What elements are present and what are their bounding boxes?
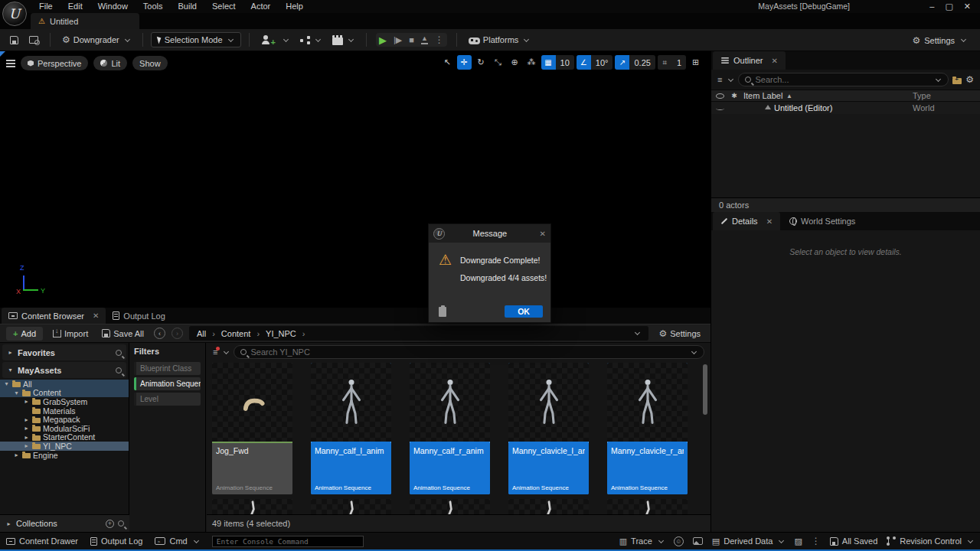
insights-icon[interactable]: ☺ — [674, 536, 684, 546]
outliner-search-input[interactable] — [755, 75, 929, 84]
filter-funnel-icon[interactable]: ≡ — [213, 348, 217, 357]
rotate-tool-button[interactable]: ↻ — [474, 55, 488, 70]
tab-output-log[interactable]: Output Log — [106, 308, 172, 324]
close-icon[interactable]: ✕ — [766, 217, 773, 226]
cinematics-dropdown[interactable] — [328, 33, 358, 47]
tree-expand-icon[interactable]: ▸ — [23, 416, 30, 423]
cmd-dropdown[interactable]: >_ Cmd — [155, 536, 199, 546]
play-options-button[interactable]: ⋮ — [435, 34, 444, 45]
tree-item-grabsystem[interactable]: ▸ GrabSystem — [0, 397, 129, 406]
breadcrumb-item[interactable]: All — [197, 329, 206, 338]
platforms-dropdown[interactable]: Platforms — [465, 33, 534, 47]
menu-item-file[interactable]: File — [32, 0, 60, 13]
favorites-header[interactable]: ▸ Favorites — [2, 344, 126, 360]
asset-tile-partial[interactable] — [311, 499, 391, 514]
menu-item-help[interactable]: Help — [279, 0, 310, 13]
maximize-button[interactable]: ▢ — [945, 2, 952, 11]
tree-item-all[interactable]: ▾ All — [0, 380, 129, 389]
resource-usage-icon[interactable]: ▨ — [794, 536, 802, 546]
content-drawer-button[interactable]: Content Drawer — [6, 536, 78, 546]
asset-tile-jog_fwd[interactable]: Jog_Fwd Animation Sequence — [212, 363, 292, 494]
asset-search-input[interactable] — [250, 347, 685, 357]
skip-next-button[interactable]: |▶ — [394, 36, 402, 44]
menu-item-tools[interactable]: Tools — [136, 0, 170, 13]
dialog-close-button[interactable]: ✕ — [540, 230, 546, 238]
settings-dropdown[interactable]: ⚙ Settings — [908, 29, 971, 51]
scale-snap-control[interactable]: ↗ 0.25 — [615, 55, 655, 70]
asset-search-box[interactable] — [234, 345, 704, 359]
play-button[interactable]: ▶ — [379, 35, 387, 45]
search-icon[interactable] — [116, 350, 122, 356]
content-browser-settings-button[interactable]: ⚙ Settings — [655, 327, 704, 341]
save-button[interactable] — [6, 34, 22, 47]
tree-item-engine[interactable]: ▸ Engine — [0, 451, 129, 460]
outliner-search-box[interactable] — [738, 73, 949, 86]
ok-button[interactable]: OK — [505, 305, 543, 318]
maximize-viewport-button[interactable]: ⊞ — [688, 55, 703, 70]
dialog-titlebar[interactable]: U Message ✕ — [429, 224, 550, 243]
asset-tile-partial[interactable] — [212, 499, 292, 514]
derived-data-dropdown[interactable]: ▤ Derived Data — [712, 536, 786, 546]
selection-mode-dropdown[interactable]: Selection Mode — [151, 32, 241, 47]
tree-expand-icon[interactable]: ▸ — [23, 425, 30, 432]
rotation-snap-control[interactable]: ∠ 10° — [577, 55, 613, 70]
search-icon[interactable] — [118, 520, 124, 527]
import-button[interactable]: Import — [49, 327, 92, 341]
show-dropdown[interactable]: Show — [132, 56, 168, 70]
revision-control-dropdown[interactable]: Revision Control — [887, 536, 974, 546]
tree-expand-icon[interactable]: ▸ — [23, 434, 30, 441]
asset-tile-manny_calf_r_anim[interactable]: Manny_calf_r_anim Animation Sequence — [410, 363, 490, 494]
camera-speed-control[interactable]: ⌗ 1 — [658, 55, 686, 70]
asset-tile-partial[interactable] — [410, 499, 490, 514]
asset-tile-manny_calf_l_anim[interactable]: Manny_calf_l_anim Animation Sequence — [311, 363, 391, 494]
all-saved-status[interactable]: All Saved — [830, 536, 877, 546]
breadcrumb[interactable]: All›Content›YI_NPC› — [189, 326, 649, 341]
tab-world-settings[interactable]: World Settings — [782, 212, 863, 230]
new-folder-icon[interactable] — [952, 78, 962, 84]
asset-tile-manny_clavicle_r_anim[interactable]: Manny_clavicle_r_anim Animation Sequence — [607, 363, 688, 494]
grid-snap-control[interactable]: ▦ 10 — [541, 55, 574, 70]
menu-item-actor[interactable]: Actor — [244, 0, 278, 13]
outliner-settings-icon[interactable]: ⚙ — [965, 75, 974, 84]
tree-item-yi_npc[interactable]: ▸ YI_NPC — [0, 442, 129, 451]
eject-button[interactable]: ▲ — [421, 35, 428, 44]
sources-header[interactable]: ▾ MayAssets — [2, 362, 126, 378]
tree-item-materials[interactable]: Materials — [0, 406, 129, 416]
move-tool-button[interactable]: ✛ — [457, 55, 472, 70]
menu-item-build[interactable]: Build — [172, 0, 204, 13]
browse-content-button[interactable] — [25, 34, 42, 46]
tree-item-startercontent[interactable]: ▸ StarterContent — [0, 433, 129, 442]
screenshot-icon[interactable] — [693, 537, 703, 545]
level-tab[interactable]: ⚠ Untitled — [31, 13, 139, 29]
visibility-column-header[interactable] — [711, 93, 728, 99]
select-tool-button[interactable]: ↖ — [440, 55, 455, 70]
world-local-toggle[interactable]: ⊕ — [508, 55, 522, 70]
level-viewport[interactable]: Perspective Lit Show ↖ ✛ ↻ ⤡ ⊕ ⁂ ▦ 10 ∠ … — [0, 51, 710, 308]
breadcrumb-item[interactable]: Content — [221, 329, 251, 338]
add-button[interactable]: + Add — [6, 327, 43, 341]
forward-button[interactable]: › — [172, 328, 183, 339]
scale-tool-button[interactable]: ⤡ — [491, 55, 505, 70]
path-dropdown-icon[interactable] — [635, 330, 640, 335]
menu-item-select[interactable]: Select — [205, 0, 243, 13]
perspective-dropdown[interactable]: Perspective — [21, 56, 88, 70]
stop-button[interactable]: ■ — [409, 36, 414, 44]
close-icon[interactable]: ✕ — [93, 311, 99, 320]
close-button[interactable]: ✕ — [964, 2, 971, 11]
search-icon[interactable] — [116, 367, 122, 373]
filter-pill[interactable]: Level — [134, 393, 201, 406]
item-label-column-header[interactable]: Item Label ▲ — [740, 91, 913, 100]
asset-tile-manny_clavicle_l_anim[interactable]: Manny_clavicle_l_anim Animation Sequence — [508, 363, 589, 494]
pin-column-header[interactable]: ✱ — [728, 92, 740, 99]
tree-expand-icon[interactable]: ▸ — [23, 442, 30, 449]
more-options-button[interactable]: ⋮ — [812, 536, 821, 546]
menu-item-window[interactable]: Window — [91, 0, 135, 13]
surface-snap-button[interactable]: ⁂ — [524, 55, 539, 70]
tree-item-content[interactable]: ▾ Content — [0, 389, 129, 398]
output-log-button[interactable]: Output Log — [90, 536, 142, 546]
type-column-header[interactable]: Type — [913, 91, 980, 100]
trace-dropdown[interactable]: ▥ Trace — [619, 536, 665, 546]
filter-pill[interactable]: Blueprint Class — [134, 362, 201, 375]
viewport-menu-icon[interactable] — [6, 63, 15, 64]
tree-expand-icon[interactable]: ▾ — [13, 390, 20, 396]
